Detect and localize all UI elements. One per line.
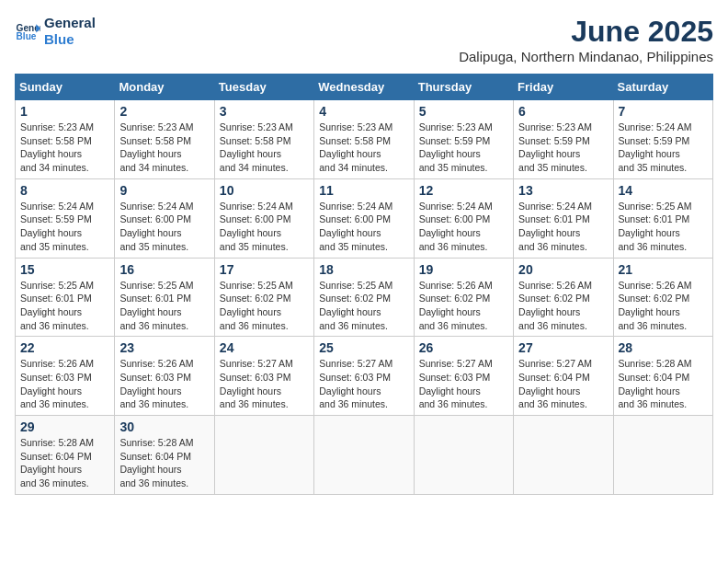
calendar-cell: 3 Sunrise: 5:23 AM Sunset: 5:58 PM Dayli… <box>214 100 313 179</box>
day-detail: Sunrise: 5:23 AM Sunset: 5:58 PM Dayligh… <box>319 121 408 175</box>
calendar-cell: 25 Sunrise: 5:27 AM Sunset: 6:03 PM Dayl… <box>314 337 414 416</box>
day-detail: Sunrise: 5:27 AM Sunset: 6:04 PM Dayligh… <box>518 357 608 411</box>
day-detail: Sunrise: 5:28 AM Sunset: 6:04 PM Dayligh… <box>20 436 109 490</box>
calendar-cell <box>314 416 414 495</box>
day-number: 3 <box>220 104 309 119</box>
day-detail: Sunrise: 5:24 AM Sunset: 6:00 PM Dayligh… <box>319 200 408 254</box>
week-row-2: 8 Sunrise: 5:24 AM Sunset: 5:59 PM Dayli… <box>16 178 713 258</box>
day-number: 26 <box>419 340 508 355</box>
calendar-cell <box>414 416 513 495</box>
header-tuesday: Tuesday <box>214 75 313 100</box>
day-number: 8 <box>20 183 109 198</box>
header: General Blue General Blue June 2025 Dali… <box>15 15 713 64</box>
day-number: 20 <box>518 262 608 277</box>
calendar-cell: 30 Sunrise: 5:28 AM Sunset: 6:04 PM Dayl… <box>115 416 214 495</box>
day-number: 2 <box>119 104 209 119</box>
day-detail: Sunrise: 5:24 AM Sunset: 6:00 PM Dayligh… <box>220 200 309 254</box>
day-number: 23 <box>119 340 209 355</box>
day-number: 9 <box>119 183 209 198</box>
month-year: June 2025 <box>459 15 713 49</box>
header-sunday: Sunday <box>16 75 115 100</box>
calendar-cell: 13 Sunrise: 5:24 AM Sunset: 6:01 PM Dayl… <box>514 178 613 258</box>
calendar-cell: 27 Sunrise: 5:27 AM Sunset: 6:04 PM Dayl… <box>514 337 613 416</box>
header-friday: Friday <box>514 75 613 100</box>
calendar-cell: 14 Sunrise: 5:25 AM Sunset: 6:01 PM Dayl… <box>613 178 712 258</box>
week-row-4: 22 Sunrise: 5:26 AM Sunset: 6:03 PM Dayl… <box>16 337 713 416</box>
calendar-cell <box>214 416 313 495</box>
day-detail: Sunrise: 5:25 AM Sunset: 6:01 PM Dayligh… <box>119 279 209 333</box>
logo-general: General <box>44 15 96 30</box>
day-number: 6 <box>518 104 608 119</box>
week-row-1: 1 Sunrise: 5:23 AM Sunset: 5:58 PM Dayli… <box>16 100 713 179</box>
day-detail: Sunrise: 5:23 AM Sunset: 5:58 PM Dayligh… <box>119 121 209 175</box>
calendar-cell: 17 Sunrise: 5:25 AM Sunset: 6:02 PM Dayl… <box>214 258 313 337</box>
week-row-5: 29 Sunrise: 5:28 AM Sunset: 6:04 PM Dayl… <box>16 416 713 495</box>
calendar-cell: 9 Sunrise: 5:24 AM Sunset: 6:00 PM Dayli… <box>115 178 214 258</box>
day-detail: Sunrise: 5:23 AM Sunset: 5:58 PM Dayligh… <box>220 121 309 175</box>
day-number: 24 <box>220 340 309 355</box>
calendar-cell: 23 Sunrise: 5:26 AM Sunset: 6:03 PM Dayl… <box>115 337 214 416</box>
day-number: 17 <box>220 262 309 277</box>
day-number: 11 <box>319 183 408 198</box>
day-detail: Sunrise: 5:26 AM Sunset: 6:03 PM Dayligh… <box>20 357 109 411</box>
day-number: 28 <box>619 340 708 355</box>
day-number: 4 <box>319 104 408 119</box>
calendar-cell: 2 Sunrise: 5:23 AM Sunset: 5:58 PM Dayli… <box>115 100 214 179</box>
calendar-cell <box>514 416 613 495</box>
calendar-cell: 20 Sunrise: 5:26 AM Sunset: 6:02 PM Dayl… <box>514 258 613 337</box>
day-number: 1 <box>20 104 109 119</box>
calendar-cell: 19 Sunrise: 5:26 AM Sunset: 6:02 PM Dayl… <box>414 258 513 337</box>
week-row-3: 15 Sunrise: 5:25 AM Sunset: 6:01 PM Dayl… <box>16 258 713 337</box>
day-detail: Sunrise: 5:24 AM Sunset: 5:59 PM Dayligh… <box>20 200 109 254</box>
location: Dalipuga, Northern Mindanao, Philippines <box>459 49 713 64</box>
day-detail: Sunrise: 5:23 AM Sunset: 5:59 PM Dayligh… <box>518 121 608 175</box>
day-detail: Sunrise: 5:27 AM Sunset: 6:03 PM Dayligh… <box>220 357 309 411</box>
header-monday: Monday <box>115 75 214 100</box>
calendar-cell: 16 Sunrise: 5:25 AM Sunset: 6:01 PM Dayl… <box>115 258 214 337</box>
day-detail: Sunrise: 5:23 AM Sunset: 5:58 PM Dayligh… <box>20 121 109 175</box>
calendar-cell: 22 Sunrise: 5:26 AM Sunset: 6:03 PM Dayl… <box>16 337 115 416</box>
logo: General Blue General Blue <box>15 15 96 48</box>
day-number: 27 <box>518 340 608 355</box>
day-number: 22 <box>20 340 109 355</box>
calendar-cell: 10 Sunrise: 5:24 AM Sunset: 6:00 PM Dayl… <box>214 178 313 258</box>
day-number: 16 <box>119 262 209 277</box>
calendar-cell: 4 Sunrise: 5:23 AM Sunset: 5:58 PM Dayli… <box>314 100 414 179</box>
day-number: 10 <box>220 183 309 198</box>
day-detail: Sunrise: 5:24 AM Sunset: 6:01 PM Dayligh… <box>518 200 608 254</box>
calendar-cell: 15 Sunrise: 5:25 AM Sunset: 6:01 PM Dayl… <box>16 258 115 337</box>
day-detail: Sunrise: 5:28 AM Sunset: 6:04 PM Dayligh… <box>619 357 708 411</box>
day-detail: Sunrise: 5:25 AM Sunset: 6:02 PM Dayligh… <box>319 279 408 333</box>
header-wednesday: Wednesday <box>314 75 414 100</box>
day-detail: Sunrise: 5:28 AM Sunset: 6:04 PM Dayligh… <box>119 436 209 490</box>
title-area: June 2025 Dalipuga, Northern Mindanao, P… <box>459 15 713 64</box>
day-number: 18 <box>319 262 408 277</box>
day-detail: Sunrise: 5:27 AM Sunset: 6:03 PM Dayligh… <box>419 357 508 411</box>
day-detail: Sunrise: 5:25 AM Sunset: 6:02 PM Dayligh… <box>220 279 309 333</box>
calendar-cell: 6 Sunrise: 5:23 AM Sunset: 5:59 PM Dayli… <box>514 100 613 179</box>
day-number: 5 <box>419 104 508 119</box>
logo-text: General Blue <box>44 15 96 48</box>
calendar-cell: 29 Sunrise: 5:28 AM Sunset: 6:04 PM Dayl… <box>16 416 115 495</box>
day-number: 7 <box>619 104 708 119</box>
calendar-cell: 26 Sunrise: 5:27 AM Sunset: 6:03 PM Dayl… <box>414 337 513 416</box>
day-number: 15 <box>20 262 109 277</box>
svg-text:Blue: Blue <box>17 31 37 41</box>
day-number: 14 <box>619 183 708 198</box>
day-detail: Sunrise: 5:23 AM Sunset: 5:59 PM Dayligh… <box>419 121 508 175</box>
logo-blue: Blue <box>44 31 74 47</box>
calendar-cell: 11 Sunrise: 5:24 AM Sunset: 6:00 PM Dayl… <box>314 178 414 258</box>
calendar-cell: 1 Sunrise: 5:23 AM Sunset: 5:58 PM Dayli… <box>16 100 115 179</box>
logo-icon: General Blue <box>15 18 40 44</box>
weekday-header-row: Sunday Monday Tuesday Wednesday Thursday… <box>16 75 713 100</box>
day-detail: Sunrise: 5:26 AM Sunset: 6:02 PM Dayligh… <box>419 279 508 333</box>
header-saturday: Saturday <box>613 75 712 100</box>
calendar-table: Sunday Monday Tuesday Wednesday Thursday… <box>15 74 713 495</box>
day-number: 19 <box>419 262 508 277</box>
day-detail: Sunrise: 5:25 AM Sunset: 6:01 PM Dayligh… <box>619 200 708 254</box>
header-thursday: Thursday <box>414 75 513 100</box>
day-detail: Sunrise: 5:24 AM Sunset: 6:00 PM Dayligh… <box>119 200 209 254</box>
calendar-cell: 5 Sunrise: 5:23 AM Sunset: 5:59 PM Dayli… <box>414 100 513 179</box>
calendar-cell: 24 Sunrise: 5:27 AM Sunset: 6:03 PM Dayl… <box>214 337 313 416</box>
day-number: 25 <box>319 340 408 355</box>
